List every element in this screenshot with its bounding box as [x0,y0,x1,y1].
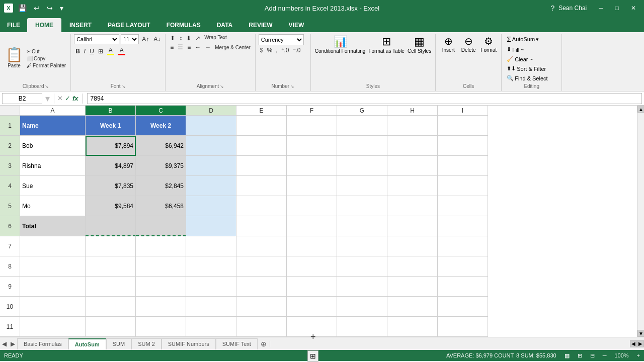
cell-h8[interactable] [387,256,438,277]
cell-g11[interactable] [337,317,387,337]
cell-f5[interactable] [287,196,337,216]
row-header-9[interactable]: 9 [0,277,20,297]
col-header-h[interactable]: H [387,106,438,116]
decrease-decimal-button[interactable]: ⁻.0 [291,46,302,54]
insert-button[interactable]: ⊕ Insert [439,34,458,54]
font-size-select[interactable]: 11 [121,34,139,44]
scrollbar-track[interactable] [637,113,644,330]
cell-b11[interactable] [86,317,136,337]
cell-b1[interactable]: Week 1 [86,116,136,136]
col-header-c[interactable]: C [136,106,186,116]
cell-h3[interactable] [387,156,438,176]
sheet-tab-autosum[interactable]: AutoSum [68,338,106,349]
scrollbar-up[interactable]: ▲ [637,106,644,113]
cell-f4[interactable] [287,176,337,196]
cell-g4[interactable] [337,176,387,196]
percent-button[interactable]: % [265,46,274,54]
cell-i3[interactable] [438,156,488,176]
name-box[interactable] [2,93,42,104]
cut-button[interactable]: ✂ Cut [25,48,67,55]
clipboard-expand[interactable]: ↘ [45,84,49,89]
italic-button[interactable]: I [83,47,87,55]
cell-h1[interactable] [387,116,438,136]
cell-a10[interactable] [20,297,86,317]
tab-page-layout[interactable]: PAGE LAYOUT [100,18,158,32]
cell-a2[interactable]: Bob [20,136,86,156]
cell-f10[interactable] [287,297,337,317]
cell-g1[interactable] [337,116,387,136]
cell-i9[interactable] [438,277,488,297]
font-expand[interactable]: ↘ [122,84,126,89]
hscroll-left-btn[interactable]: ◀ [630,340,637,347]
cell-e11[interactable] [236,317,287,337]
wrap-text-button[interactable]: Wrap Text [203,34,228,42]
cell-i6[interactable] [438,216,488,236]
sheet-tab-sumif-text[interactable]: SUMIF Text [216,338,258,349]
save-button[interactable]: 💾 [16,3,29,13]
increase-indent-button[interactable]: → [203,43,212,51]
tab-formulas[interactable]: FORMULAS [158,18,209,32]
cell-f1[interactable] [287,116,337,136]
fill-color-button[interactable]: A [106,46,116,56]
cell-b9[interactable] [86,277,136,297]
cell-d2[interactable] [186,136,236,156]
cell-c6[interactable] [136,216,186,236]
row-header-8[interactable]: 8 [0,256,20,277]
comma-button[interactable]: , [274,46,279,54]
tab-file[interactable]: FILE [0,18,27,32]
zoom-in-icon[interactable]: + [637,352,640,358]
cell-b3[interactable]: $4,897 [86,156,136,176]
confirm-icon[interactable]: ✓ [65,95,70,102]
cell-b7[interactable] [86,236,136,256]
cell-a5[interactable]: Mo [20,196,86,216]
cell-b10[interactable] [86,297,136,317]
align-left-button[interactable]: ≡ [169,43,175,51]
view-layout-icon[interactable]: ⊞ [578,352,582,359]
cell-h11[interactable] [387,317,438,337]
format-as-table-button[interactable]: ⊞ Format as Table [367,34,406,55]
col-header-b[interactable]: B [86,106,136,116]
accounting-button[interactable]: $ [259,46,265,54]
cell-e7[interactable] [236,236,287,256]
function-wizard-button[interactable]: fx [72,95,78,102]
align-right-button[interactable]: ≡ [186,43,192,51]
tab-home[interactable]: HOME [27,18,61,32]
cell-a4[interactable]: Sue [20,176,86,196]
cell-i8[interactable] [438,256,488,277]
font-size-decrease-button[interactable]: A↓ [152,35,162,43]
fill-button[interactable]: ⬇ Fill ~ [505,45,526,54]
close-button[interactable]: ✕ [627,4,640,13]
cell-e3[interactable] [236,156,287,176]
row-header-10[interactable]: 10 [0,297,20,317]
conditional-formatting-button[interactable]: 📊 Conditional Formatting [314,34,367,55]
sheet-tab-sum[interactable]: SUM [106,338,131,349]
row-header-3[interactable]: 3 [0,156,20,176]
tab-review[interactable]: REVIEW [240,18,280,32]
undo-button[interactable]: ↩ [32,3,42,13]
cell-d1[interactable] [186,116,236,136]
vertical-scrollbar[interactable]: ▲ ▼ [637,106,644,337]
font-size-increase-button[interactable]: A↑ [140,35,150,43]
sheet-tab-sum2[interactable]: SUM 2 [131,338,162,349]
cell-e10[interactable] [236,297,287,317]
paste-button[interactable]: 📋 Paste [4,45,24,71]
name-box-dropdown[interactable]: ▾ [45,93,50,104]
cell-d6[interactable] [186,216,236,236]
cell-c8[interactable] [136,256,186,277]
cell-g7[interactable] [337,236,387,256]
cell-b4[interactable]: $7,835 [86,176,136,196]
col-header-a[interactable]: A [20,106,86,116]
sheet-tab-basic-formulas[interactable]: Basic Formulas [17,338,68,349]
bold-button[interactable]: B [74,47,82,55]
minimize-button[interactable]: ─ [595,4,607,13]
cell-a8[interactable] [20,256,86,277]
col-header-g[interactable]: G [337,106,387,116]
align-bottom-button[interactable]: ⬇ [185,34,193,42]
cell-e4[interactable] [236,176,287,196]
row-header-7[interactable]: 7 [0,236,20,256]
text-direction-button[interactable]: ↗ [194,34,202,42]
cell-c7[interactable] [136,236,186,256]
cell-g9[interactable] [337,277,387,297]
cell-c9[interactable] [136,277,186,297]
redo-button[interactable]: ↪ [45,3,55,13]
